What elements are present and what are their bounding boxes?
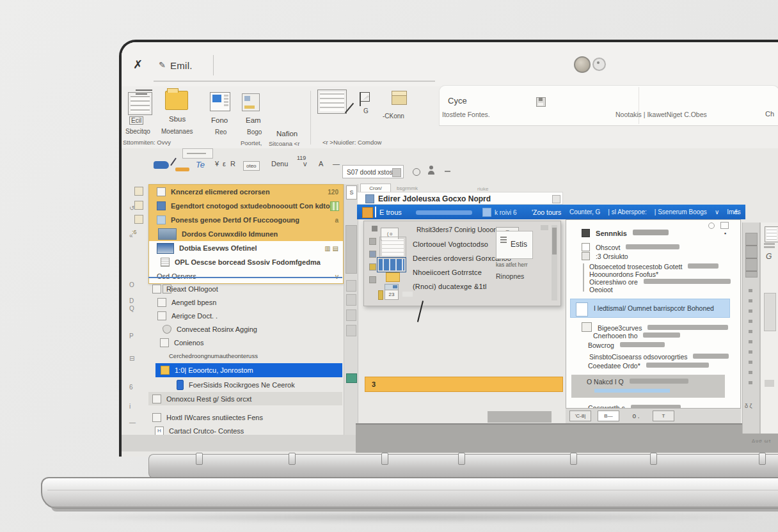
menu-item[interactable]: | Ssenerum Boogs: [655, 208, 707, 215]
ribbon-label[interactable]: Moetanaes: [161, 128, 193, 135]
nav-glyph[interactable]: 6: [129, 384, 133, 391]
toolbar-item[interactable]: Te: [196, 160, 205, 169]
search-dropdown-icon[interactable]: [392, 168, 401, 177]
ribbon-label[interactable]: Sbecitqo: [125, 128, 150, 135]
app-logo-icon[interactable]: ✗: [133, 58, 143, 72]
anchor-icon[interactable]: ⚓: [733, 208, 740, 216]
ribbon-label[interactable]: Reo: [215, 129, 226, 136]
list-item[interactable]: Bowcrog: [571, 341, 730, 349]
breadcrumb[interactable]: k roivi 6: [495, 209, 516, 216]
nav-glyph[interactable]: —: [129, 419, 136, 426]
bell-icon[interactable]: [413, 168, 420, 176]
flag-icon[interactable]: [360, 92, 361, 106]
footer-button[interactable]: [488, 411, 552, 423]
form-icon[interactable]: [242, 93, 260, 111]
pencil-icon[interactable]: ✎: [159, 60, 166, 70]
folder-icon[interactable]: [386, 272, 400, 282]
menu-item[interactable]: Counter, G: [569, 208, 600, 215]
list-item[interactable]: Egendtort cnotogod sxtudeobnoooutt Con k…: [149, 199, 343, 213]
breadcrumb[interactable]: 'Zoo tours: [532, 208, 561, 216]
toolbar-button[interactable]: T: [653, 411, 674, 421]
ribbon-label[interactable]: Bogo: [247, 129, 262, 136]
scrollbar-thumb[interactable]: [345, 225, 357, 274]
document-pen-icon[interactable]: [317, 90, 347, 114]
toolbar-item[interactable]: —: [333, 160, 340, 168]
menu-item[interactable]: Clortoouel Vogtoctodso: [413, 240, 495, 248]
panel-scrollbar[interactable]: δ ζ: [742, 223, 760, 434]
folder-item[interactable]: Rieaxt OHlogoot: [148, 283, 342, 295]
ribbon-tab-panel[interactable]: [439, 85, 778, 126]
search-input[interactable]: S07 dootd xstos: [342, 165, 404, 178]
tool-icon[interactable]: [369, 276, 376, 283]
minimize-icon[interactable]: [445, 171, 450, 172]
menu-item[interactable]: | sl Aberspoe:: [608, 208, 646, 215]
nav-glyph[interactable]: ⊟: [129, 355, 134, 362]
nav-glyph[interactable]: O: [129, 281, 134, 288]
toolbar-button[interactable]: B—: [598, 411, 619, 421]
folder-icon[interactable]: [165, 91, 188, 110]
pen-icon[interactable]: [154, 161, 169, 169]
folder-item[interactable]: Aengetl bpesn: [148, 296, 342, 308]
list-item[interactable]: Ohscovt: [571, 243, 730, 251]
list-item[interactable]: Oeoioot: [571, 286, 730, 293]
monitor-icon[interactable]: [210, 92, 230, 111]
ribbon-label[interactable]: Sbus: [169, 115, 186, 123]
nav-glyph[interactable]: P: [129, 332, 134, 340]
device-icon[interactable]: [377, 257, 406, 272]
folder-item[interactable]: 1:0| Eooortcu, Jonrostom: [155, 363, 342, 377]
folder-item[interactable]: Conienos: [148, 336, 342, 348]
tab-title[interactable]: Cyce: [448, 96, 467, 106]
window-icon[interactable]: [720, 222, 729, 229]
menu-item[interactable]: (Rnoci) ducatexge &1tl: [413, 283, 495, 290]
folder-item[interactable]: Aerigce Doct. .: [148, 309, 342, 322]
list-item[interactable]: OPL Oescse borcead Ssosiv Fodomfgedma: [149, 255, 343, 269]
window-control-icon[interactable]: [552, 195, 560, 203]
list-item[interactable]: Coeedatee Ordo*: [571, 362, 730, 370]
ribbon-label[interactable]: Nafion: [276, 130, 298, 137]
menu-item[interactable]: Nhoeiicoert Gotrrstce: [413, 269, 495, 276]
page-badge[interactable]: 23: [385, 290, 399, 300]
tool-icon[interactable]: [369, 238, 376, 245]
toolbar-item[interactable]: A: [319, 160, 323, 168]
menu-item[interactable]: ∨: [715, 208, 719, 215]
ribbon-label[interactable]: Fono: [211, 116, 228, 124]
list-item[interactable]: Cnerhooen tho: [571, 332, 730, 340]
toolbar-item[interactable]: R: [230, 160, 235, 168]
tool-icon[interactable]: [369, 251, 376, 258]
toolbar-button[interactable]: 'C-8|: [569, 411, 591, 421]
dialog-scrollbar[interactable]: [552, 225, 557, 301]
folder-item[interactable]: Onnoxcu Rest g/ Sids orcxt: [148, 392, 342, 405]
menu-item[interactable]: Deercies ordoversi Gorxcanoo: [413, 254, 495, 262]
notification-banner[interactable]: 3: [365, 377, 563, 392]
highlighter-icon[interactable]: [175, 168, 189, 171]
folder-item[interactable]: Conveceat Rosinx Agging: [148, 323, 342, 335]
folder-item[interactable]: FoerSisids Rocikrgoes Ne Ceerok: [148, 379, 342, 391]
folder-item[interactable]: Cerchedroongnumautheonteruss: [148, 350, 342, 362]
user-icon[interactable]: [428, 166, 434, 175]
addin-caption[interactable]: -CKonn: [383, 113, 404, 120]
left-scrollbar[interactable]: S: [344, 184, 358, 435]
list-item[interactable]: Dotbia Esevws Ofetinel ▥ ▤: [149, 241, 343, 255]
tool-icon[interactable]: [369, 263, 376, 270]
ribbon-label[interactable]: Eam: [246, 116, 261, 124]
scrollbar-thumb[interactable]: [745, 233, 758, 278]
list-item[interactable]: SinsbtoCisoearss odsovorogrties: [571, 353, 730, 361]
save-icon[interactable]: [536, 97, 546, 107]
list-item[interactable]: Sennnkis ▪: [571, 229, 730, 237]
ribbon-label[interactable]: Ecil: [129, 116, 143, 125]
nav-glyph[interactable]: Q: [129, 305, 134, 312]
folder-item[interactable]: Hoxtl IWcares snutiiectes Fens: [148, 411, 342, 423]
address-bluebar[interactable]: E trous k roivi 6 'Zoo tours Counter, G|…: [357, 205, 745, 219]
list-item[interactable]: :3 Orsiukto: [571, 252, 730, 260]
toolbar-item[interactable]: oteo: [243, 161, 260, 171]
list-icon[interactable]: [128, 92, 152, 115]
document-icon[interactable]: [765, 226, 778, 242]
list-item[interactable]: Cossworth c: [571, 404, 730, 409]
list-item[interactable]: Hooounordons Foofus*: [571, 270, 730, 278]
nav-glyph[interactable]: D: [129, 297, 134, 304]
nav-glyph[interactable]: i: [129, 403, 131, 410]
toolbar-item[interactable]: Denu: [271, 160, 288, 168]
list-item[interactable]: Dordos Coruwxdilo Idmunen: [149, 227, 343, 241]
toolbar-item[interactable]: v: [303, 160, 307, 168]
list-item[interactable]: Bigeoe3curves: [571, 322, 730, 332]
